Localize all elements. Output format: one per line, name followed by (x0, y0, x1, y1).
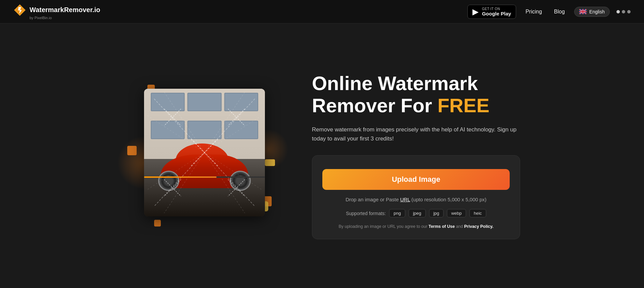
car-wheel-left (158, 171, 179, 191)
main-content: Online Watermark Remover For FREE Remove… (0, 24, 644, 288)
dot-2 (622, 10, 625, 13)
dot-1 (616, 10, 620, 13)
car-image-bg (144, 89, 265, 216)
window-5 (187, 121, 221, 139)
terms-and: and (455, 224, 464, 229)
format-png: png (389, 209, 405, 217)
image-demo (124, 69, 285, 243)
logo-area: WatermarkRemover.io by PixelBin.io (13, 4, 100, 20)
window-2 (187, 93, 221, 111)
window-4 (151, 121, 185, 139)
drop-instructions: Drop an image or Paste URL (upto resolut… (322, 197, 510, 202)
uk-flag-icon (579, 9, 587, 14)
upload-image-button[interactable]: Upload Image (322, 169, 510, 190)
play-store-icon: ▶ (472, 7, 478, 16)
paste-url-link[interactable]: URL (400, 197, 410, 202)
language-label: English (589, 9, 605, 14)
upload-card: Upload Image Drop an image or Paste URL … (312, 155, 520, 239)
user-dots (616, 10, 631, 13)
car-wheel-right (230, 171, 251, 191)
blob-orange-br2 (154, 220, 161, 227)
progress-fill (144, 176, 217, 178)
drop-text-after: (upto resolution 5,000 x 5,000 px) (410, 197, 487, 202)
privacy-policy-link[interactable]: Privacy Policy. (464, 224, 493, 229)
terms-before: By uploading an image or URL you agree t… (338, 224, 428, 229)
image-progress-bar (144, 176, 265, 178)
window-1 (151, 93, 185, 111)
header-right: ▶ GET IT ON Google Play Pricing Blog Eng… (467, 5, 631, 19)
hero-title-line1: Online Watermark (312, 72, 478, 94)
language-selector[interactable]: English (574, 7, 610, 17)
format-jpeg: jpeg (409, 209, 426, 217)
window-3 (224, 93, 258, 111)
hero-title: Online Watermark Remover For FREE (312, 72, 520, 117)
format-jpg: jpg (429, 209, 444, 217)
terms-of-use-link[interactable]: Terms of Use (428, 224, 455, 229)
red-car (156, 143, 253, 188)
blob-yellow-tr (265, 159, 275, 166)
formats-row: Supported formats: png jpeg jpg webp hei… (322, 209, 510, 217)
formats-label: Supported formats: (346, 211, 386, 216)
window-6 (224, 121, 258, 139)
hero-subtitle: Remove watermark from images precisely w… (312, 125, 520, 143)
google-play-name-label: Google Play (482, 11, 511, 16)
logo-sub: by PixelBin.io (30, 16, 52, 20)
right-section: Online Watermark Remover For FREE Remove… (312, 72, 520, 240)
dot-3 (627, 10, 631, 13)
hero-title-free: FREE (438, 94, 490, 116)
header: WatermarkRemover.io by PixelBin.io ▶ GET… (0, 0, 644, 24)
format-webp: webp (447, 209, 466, 217)
demo-image (144, 89, 265, 216)
hero-title-line2: Remover For (312, 94, 438, 116)
nav-blog-link[interactable]: Blog (551, 7, 567, 16)
logo-text: WatermarkRemover.io (30, 6, 100, 14)
logo-icon (13, 4, 26, 16)
blob-orange-ml (127, 146, 137, 155)
drop-text-before: Drop an image or Paste (346, 197, 400, 202)
nav-pricing-link[interactable]: Pricing (523, 7, 545, 16)
format-heic: heic (469, 209, 486, 217)
google-play-get-label: GET IT ON (482, 7, 511, 11)
google-play-button[interactable]: ▶ GET IT ON Google Play (467, 5, 516, 19)
terms-text: By uploading an image or URL you agree t… (322, 224, 510, 229)
